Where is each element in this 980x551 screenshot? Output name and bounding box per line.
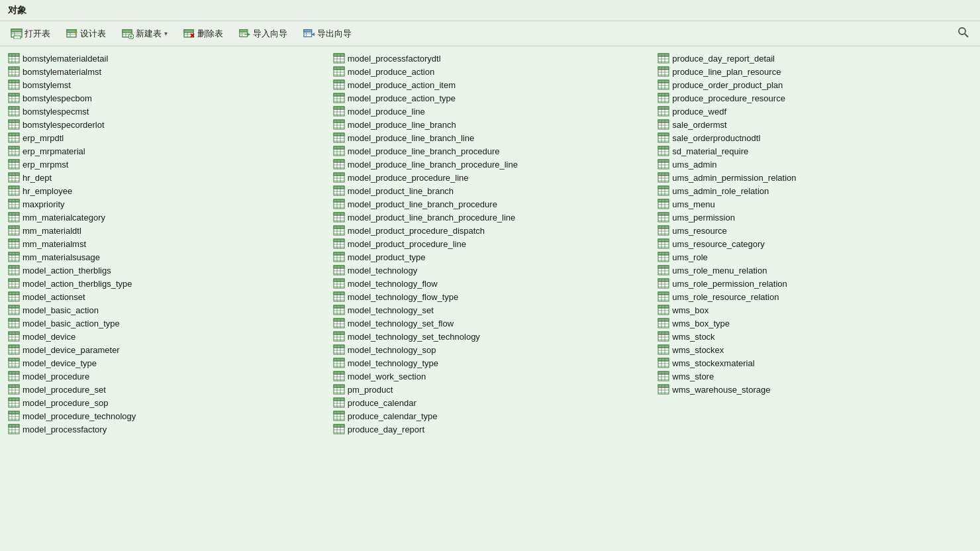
svg-rect-332	[334, 226, 344, 228]
table-item[interactable]: wms_stock	[652, 330, 977, 343]
table-name: produce_order_product_plan	[672, 80, 783, 90]
table-item[interactable]: model_device_parameter	[3, 343, 328, 356]
table-item[interactable]: model_produce_procedure_line	[328, 171, 653, 184]
table-item[interactable]: ums_admin_permission_relation	[652, 171, 977, 184]
table-item[interactable]: model_produce_action_item	[328, 78, 653, 91]
table-item[interactable]: model_processfactorydtl	[328, 52, 653, 65]
table-item[interactable]: model_produce_line_branch_line	[328, 131, 653, 144]
table-item[interactable]: pm_product	[328, 383, 653, 396]
table-item[interactable]: erp_mrpdtl	[3, 131, 328, 144]
table-item[interactable]: model_procedure_sop	[3, 396, 328, 409]
table-item[interactable]: ums_resource	[652, 224, 977, 237]
delete-table-button[interactable]: 删除表	[178, 26, 228, 42]
table-item[interactable]: produce_day_report	[328, 423, 653, 436]
search-button[interactable]	[952, 24, 975, 44]
table-item[interactable]: ums_admin	[652, 158, 977, 171]
table-item[interactable]: model_produce_line_branch	[328, 118, 653, 131]
table-item[interactable]: bomstylematerialdetail	[3, 52, 328, 65]
table-item[interactable]: model_technology	[328, 264, 653, 277]
table-item[interactable]: produce_day_report_detail	[652, 52, 977, 65]
table-item[interactable]: ums_permission	[652, 211, 977, 224]
table-grid-icon	[658, 132, 669, 143]
table-item[interactable]: sale_ordermst	[652, 118, 977, 131]
table-grid-icon	[8, 265, 20, 276]
svg-rect-199	[9, 358, 19, 361]
table-item[interactable]: ums_role	[652, 250, 977, 264]
table-item[interactable]: model_product_line_branch	[328, 184, 653, 197]
table-item[interactable]: produce_line_plan_resource	[652, 65, 977, 78]
table-item[interactable]: produce_wedf	[652, 105, 977, 118]
table-item[interactable]: model_product_line_branch_procedure	[328, 197, 653, 211]
table-item[interactable]: model_product_line_branch_procedure_line	[328, 211, 653, 224]
table-item[interactable]: model_technology_flow	[328, 277, 653, 290]
svg-rect-290	[334, 146, 344, 149]
table-item[interactable]: produce_calendar	[328, 396, 653, 409]
table-item[interactable]: produce_procedure_resource	[652, 91, 977, 105]
table-item[interactable]: erp_mrpmaterial	[3, 144, 328, 158]
table-item[interactable]: model_technology_type	[328, 356, 653, 370]
table-item[interactable]: model_procedure	[3, 370, 328, 383]
import-wizard-button[interactable]: 导入向导	[234, 26, 293, 42]
table-name: produce_wedf	[672, 107, 726, 117]
table-item[interactable]: model_product_type	[328, 250, 653, 264]
table-item[interactable]: model_basic_action	[3, 303, 328, 317]
table-item[interactable]: mm_materialcategory	[3, 211, 328, 224]
open-table-button[interactable]: → 打开表	[5, 26, 56, 42]
table-item[interactable]: bomstylespecmst	[3, 105, 328, 118]
table-item[interactable]: model_produce_line_branch_procedure	[328, 144, 653, 158]
table-item[interactable]: model_work_section	[328, 370, 653, 383]
table-item[interactable]: model_produce_action_type	[328, 91, 653, 105]
design-table-button[interactable]: 设计表	[61, 26, 111, 42]
table-item[interactable]: ums_resource_category	[652, 237, 977, 250]
table-item[interactable]: ums_admin_role_relation	[652, 184, 977, 197]
table-item[interactable]: hr_employee	[3, 184, 328, 197]
table-item[interactable]: model_technology_set_technology	[328, 330, 653, 343]
table-item[interactable]: model_product_procedure_dispatch	[328, 224, 653, 237]
table-item[interactable]: mm_materialmst	[3, 237, 328, 250]
table-item[interactable]: wms_store	[652, 370, 977, 383]
table-item[interactable]: wms_box	[652, 303, 977, 317]
table-item[interactable]: ums_role_permission_relation	[652, 277, 977, 290]
export-wizard-button[interactable]: 导出向导	[298, 26, 357, 42]
table-item[interactable]: bomstylespecorderlot	[3, 118, 328, 131]
table-item[interactable]: erp_mrpmst	[3, 158, 328, 171]
table-item[interactable]: wms_box_type	[652, 317, 977, 330]
table-item[interactable]: model_device	[3, 330, 328, 343]
table-item[interactable]: model_actionset	[3, 290, 328, 303]
table-item[interactable]: mm_materialdtl	[3, 224, 328, 237]
table-item[interactable]: model_basic_action_type	[3, 317, 328, 330]
table-item[interactable]: model_procedure_set	[3, 383, 328, 396]
table-item[interactable]: sd_material_require	[652, 144, 977, 158]
table-item[interactable]: wms_stockexmaterial	[652, 356, 977, 370]
table-item[interactable]: mm_materialsusage	[3, 250, 328, 264]
table-grid-icon	[333, 53, 345, 64]
table-item[interactable]: bomstylematerialmst	[3, 65, 328, 78]
table-item[interactable]: model_technology_set_flow	[328, 317, 653, 330]
table-item[interactable]: wms_warehouse_storage	[652, 383, 977, 396]
table-item[interactable]: bomstylemst	[3, 78, 328, 91]
table-item[interactable]: model_produce_line	[328, 105, 653, 118]
table-item[interactable]: model_device_type	[3, 356, 328, 370]
table-item[interactable]: hr_dept	[3, 171, 328, 184]
table-item[interactable]: model_technology_sop	[328, 343, 653, 356]
table-item[interactable]: model_technology_flow_type	[328, 290, 653, 303]
table-item[interactable]: ums_role_resource_relation	[652, 290, 977, 303]
new-table-button[interactable]: + 新建表 ▾	[117, 26, 173, 42]
table-item[interactable]: model_technology_set	[328, 303, 653, 317]
table-item[interactable]: ums_menu	[652, 197, 977, 211]
table-item[interactable]: model_action_therbligs_type	[3, 277, 328, 290]
table-item[interactable]: wms_stockex	[652, 343, 977, 356]
table-item[interactable]: sale_orderproductnodtl	[652, 131, 977, 144]
table-item[interactable]: bomstylespecbom	[3, 91, 328, 105]
table-item[interactable]: model_produce_action	[328, 65, 653, 78]
table-item[interactable]: model_action_therbligs	[3, 264, 328, 277]
table-item[interactable]: model_processfactory	[3, 423, 328, 436]
table-item[interactable]: model_product_procedure_line	[328, 237, 653, 250]
table-item[interactable]: produce_order_product_plan	[652, 78, 977, 91]
table-item[interactable]: produce_calendar_type	[328, 409, 653, 423]
table-item[interactable]: model_produce_line_branch_procedure_line	[328, 158, 653, 171]
table-item[interactable]: maxpriority	[3, 197, 328, 211]
table-item[interactable]: ums_role_menu_relation	[652, 264, 977, 277]
svg-rect-374	[334, 305, 344, 308]
table-item[interactable]: model_procedure_technology	[3, 409, 328, 423]
